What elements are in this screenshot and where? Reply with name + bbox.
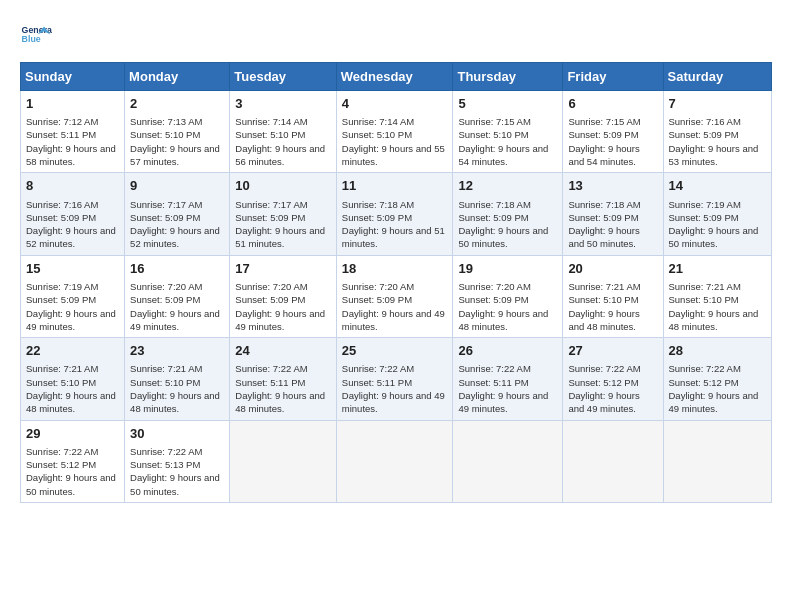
day-number: 9 [130,177,224,195]
day-number: 28 [669,342,767,360]
calendar-cell: 28Sunrise: 7:22 AMSunset: 5:12 PMDayligh… [663,338,772,420]
day-detail: Sunrise: 7:22 AMSunset: 5:11 PMDaylight:… [342,362,448,415]
header-sunday: Sunday [21,63,125,91]
svg-text:General: General [22,25,52,35]
calendar-cell: 5Sunrise: 7:15 AMSunset: 5:10 PMDaylight… [453,91,563,173]
day-number: 23 [130,342,224,360]
calendar-cell: 9Sunrise: 7:17 AMSunset: 5:09 PMDaylight… [125,173,230,255]
calendar-cell: 6Sunrise: 7:15 AMSunset: 5:09 PMDaylight… [563,91,663,173]
calendar-cell: 23Sunrise: 7:21 AMSunset: 5:10 PMDayligh… [125,338,230,420]
day-detail: Sunrise: 7:22 AMSunset: 5:12 PMDaylight:… [669,362,767,415]
day-detail: Sunrise: 7:17 AMSunset: 5:09 PMDaylight:… [130,198,224,251]
day-detail: Sunrise: 7:15 AMSunset: 5:10 PMDaylight:… [458,115,557,168]
day-detail: Sunrise: 7:22 AMSunset: 5:12 PMDaylight:… [26,445,119,498]
day-number: 4 [342,95,448,113]
day-detail: Sunrise: 7:20 AMSunset: 5:09 PMDaylight:… [342,280,448,333]
day-number: 26 [458,342,557,360]
day-detail: Sunrise: 7:22 AMSunset: 5:13 PMDaylight:… [130,445,224,498]
day-detail: Sunrise: 7:21 AMSunset: 5:10 PMDaylight:… [568,280,657,333]
day-detail: Sunrise: 7:18 AMSunset: 5:09 PMDaylight:… [342,198,448,251]
calendar-cell: 8Sunrise: 7:16 AMSunset: 5:09 PMDaylight… [21,173,125,255]
calendar-cell: 26Sunrise: 7:22 AMSunset: 5:11 PMDayligh… [453,338,563,420]
day-detail: Sunrise: 7:22 AMSunset: 5:12 PMDaylight:… [568,362,657,415]
calendar-cell: 20Sunrise: 7:21 AMSunset: 5:10 PMDayligh… [563,255,663,337]
day-detail: Sunrise: 7:18 AMSunset: 5:09 PMDaylight:… [568,198,657,251]
day-detail: Sunrise: 7:19 AMSunset: 5:09 PMDaylight:… [669,198,767,251]
calendar-week-row: 22Sunrise: 7:21 AMSunset: 5:10 PMDayligh… [21,338,772,420]
calendar-cell: 29Sunrise: 7:22 AMSunset: 5:12 PMDayligh… [21,420,125,502]
calendar-week-row: 15Sunrise: 7:19 AMSunset: 5:09 PMDayligh… [21,255,772,337]
day-number: 13 [568,177,657,195]
calendar-cell [563,420,663,502]
day-number: 12 [458,177,557,195]
logo-icon: General Blue [20,20,52,52]
day-number: 19 [458,260,557,278]
calendar-header-row: SundayMondayTuesdayWednesdayThursdayFrid… [21,63,772,91]
day-number: 22 [26,342,119,360]
day-detail: Sunrise: 7:19 AMSunset: 5:09 PMDaylight:… [26,280,119,333]
day-number: 16 [130,260,224,278]
calendar-cell: 1Sunrise: 7:12 AMSunset: 5:11 PMDaylight… [21,91,125,173]
header-tuesday: Tuesday [230,63,337,91]
calendar-cell: 4Sunrise: 7:14 AMSunset: 5:10 PMDaylight… [336,91,453,173]
calendar-cell: 27Sunrise: 7:22 AMSunset: 5:12 PMDayligh… [563,338,663,420]
header-friday: Friday [563,63,663,91]
day-number: 21 [669,260,767,278]
calendar-cell: 18Sunrise: 7:20 AMSunset: 5:09 PMDayligh… [336,255,453,337]
calendar-cell: 21Sunrise: 7:21 AMSunset: 5:10 PMDayligh… [663,255,772,337]
day-number: 18 [342,260,448,278]
day-detail: Sunrise: 7:14 AMSunset: 5:10 PMDaylight:… [342,115,448,168]
calendar-cell: 14Sunrise: 7:19 AMSunset: 5:09 PMDayligh… [663,173,772,255]
day-number: 20 [568,260,657,278]
day-detail: Sunrise: 7:16 AMSunset: 5:09 PMDaylight:… [26,198,119,251]
day-detail: Sunrise: 7:18 AMSunset: 5:09 PMDaylight:… [458,198,557,251]
day-number: 1 [26,95,119,113]
svg-text:Blue: Blue [22,34,41,44]
calendar-cell: 2Sunrise: 7:13 AMSunset: 5:10 PMDaylight… [125,91,230,173]
calendar-cell: 16Sunrise: 7:20 AMSunset: 5:09 PMDayligh… [125,255,230,337]
calendar-cell: 24Sunrise: 7:22 AMSunset: 5:11 PMDayligh… [230,338,337,420]
day-detail: Sunrise: 7:21 AMSunset: 5:10 PMDaylight:… [26,362,119,415]
day-detail: Sunrise: 7:13 AMSunset: 5:10 PMDaylight:… [130,115,224,168]
day-detail: Sunrise: 7:21 AMSunset: 5:10 PMDaylight:… [130,362,224,415]
day-detail: Sunrise: 7:20 AMSunset: 5:09 PMDaylight:… [235,280,331,333]
calendar-cell [230,420,337,502]
day-number: 15 [26,260,119,278]
calendar-cell: 10Sunrise: 7:17 AMSunset: 5:09 PMDayligh… [230,173,337,255]
day-number: 17 [235,260,331,278]
day-detail: Sunrise: 7:22 AMSunset: 5:11 PMDaylight:… [458,362,557,415]
calendar-table: SundayMondayTuesdayWednesdayThursdayFrid… [20,62,772,503]
day-number: 5 [458,95,557,113]
logo: General Blue [20,20,56,52]
day-number: 7 [669,95,767,113]
day-number: 30 [130,425,224,443]
day-detail: Sunrise: 7:16 AMSunset: 5:09 PMDaylight:… [669,115,767,168]
calendar-week-row: 8Sunrise: 7:16 AMSunset: 5:09 PMDaylight… [21,173,772,255]
day-detail: Sunrise: 7:12 AMSunset: 5:11 PMDaylight:… [26,115,119,168]
header: General Blue [20,20,772,52]
header-wednesday: Wednesday [336,63,453,91]
calendar-cell: 13Sunrise: 7:18 AMSunset: 5:09 PMDayligh… [563,173,663,255]
day-number: 14 [669,177,767,195]
day-number: 27 [568,342,657,360]
header-thursday: Thursday [453,63,563,91]
day-number: 6 [568,95,657,113]
calendar-cell: 15Sunrise: 7:19 AMSunset: 5:09 PMDayligh… [21,255,125,337]
calendar-cell [336,420,453,502]
day-detail: Sunrise: 7:17 AMSunset: 5:09 PMDaylight:… [235,198,331,251]
calendar-cell: 17Sunrise: 7:20 AMSunset: 5:09 PMDayligh… [230,255,337,337]
calendar-cell: 11Sunrise: 7:18 AMSunset: 5:09 PMDayligh… [336,173,453,255]
header-saturday: Saturday [663,63,772,91]
day-number: 10 [235,177,331,195]
day-detail: Sunrise: 7:20 AMSunset: 5:09 PMDaylight:… [458,280,557,333]
day-number: 3 [235,95,331,113]
calendar-cell: 3Sunrise: 7:14 AMSunset: 5:10 PMDaylight… [230,91,337,173]
calendar-cell: 25Sunrise: 7:22 AMSunset: 5:11 PMDayligh… [336,338,453,420]
day-detail: Sunrise: 7:14 AMSunset: 5:10 PMDaylight:… [235,115,331,168]
day-number: 25 [342,342,448,360]
day-number: 11 [342,177,448,195]
calendar-cell: 7Sunrise: 7:16 AMSunset: 5:09 PMDaylight… [663,91,772,173]
day-detail: Sunrise: 7:20 AMSunset: 5:09 PMDaylight:… [130,280,224,333]
calendar-cell: 19Sunrise: 7:20 AMSunset: 5:09 PMDayligh… [453,255,563,337]
calendar-week-row: 29Sunrise: 7:22 AMSunset: 5:12 PMDayligh… [21,420,772,502]
